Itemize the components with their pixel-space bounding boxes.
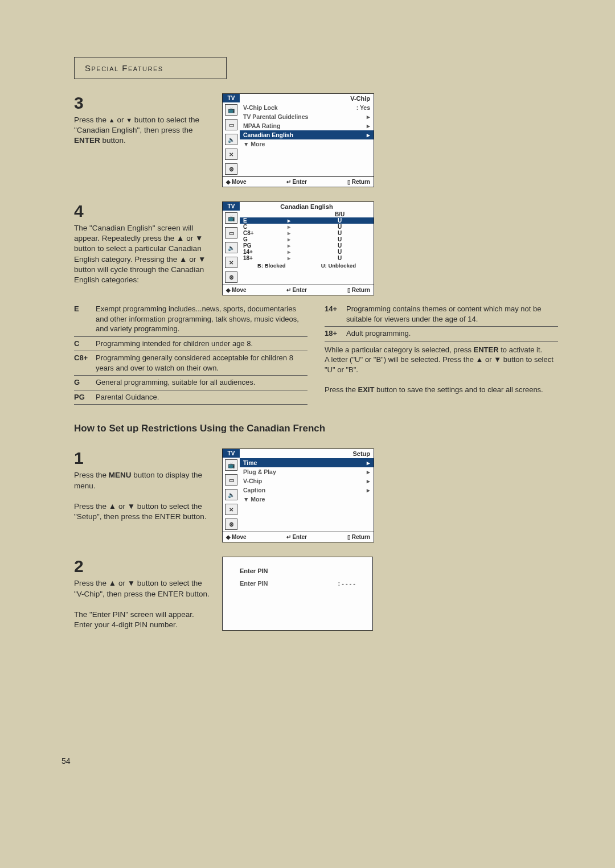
step-number: 1 [74, 449, 211, 468]
t: While a particular category is selected,… [325, 345, 474, 354]
osd-rating-row: C8+▸U [240, 230, 374, 236]
move-hint: ◆ Move [226, 534, 247, 540]
t: Return [352, 534, 370, 540]
settings-icon: ⚙ [225, 271, 237, 283]
return-hint: ▯ Return [347, 179, 370, 185]
unblocked-legend: U: Unblocked [321, 262, 356, 269]
t: Return [352, 287, 370, 293]
t: Press the [74, 116, 109, 124]
enter-hint: ↵ Enter [286, 287, 307, 293]
move-hint: ◆ Move [226, 179, 247, 185]
osd-rating-row: E▸U [240, 217, 374, 224]
osd-canadian-english: TV 📺 ▭ 🔈 ✕ ⚙ Canadian English B/U E▸UC▸U… [222, 201, 374, 295]
t: Enter [292, 179, 307, 185]
sound-icon: 🔈 [225, 134, 237, 145]
definition-row: PGParental Guidance. [74, 390, 308, 405]
t: button. [100, 136, 126, 145]
t: or [115, 116, 126, 124]
t: Move [232, 179, 247, 185]
osd-title: Canadian English [240, 202, 374, 211]
osd-tab: TV [223, 202, 240, 211]
t: Move [232, 287, 247, 293]
osd-menu-row: Plug & Play▸ [240, 467, 374, 476]
tools-icon: ✕ [225, 504, 237, 515]
picture-icon: ▭ [225, 119, 237, 130]
step-4-text: The "Canadian English" screen will appea… [74, 223, 211, 285]
t: Press the ▲ or ▼ button to select the "S… [74, 502, 206, 521]
section-header: Special Features [74, 57, 227, 79]
tv-icon: 📺 [225, 212, 237, 224]
enter-label: ENTER [74, 136, 100, 145]
tools-icon: ✕ [225, 149, 237, 160]
osd-menu-row: TV Parental Guidelines▸ [240, 112, 374, 121]
step-number: 3 [74, 93, 211, 113]
move-hint: ◆ Move [226, 287, 247, 293]
t: Press the ▲ or ▼ button to select the "V… [74, 579, 210, 598]
definition-row: GGeneral programming, suitable for all a… [74, 376, 308, 390]
osd-footer: ◆ Move ↵ Enter ▯ Return [223, 285, 374, 295]
osd-rating-row: G▸U [240, 236, 374, 242]
settings-icon: ⚙ [225, 519, 237, 530]
menu-label: MENU [109, 471, 132, 479]
t: Return [352, 179, 370, 185]
osd-rating-row: 14+▸U [240, 249, 374, 255]
pin-title: Enter PIN [228, 567, 367, 574]
step-4: 4 The "Canadian English" screen will app… [74, 201, 558, 295]
enter-label: ENTER [474, 345, 499, 354]
osd-menu-row: Canadian English▸ [240, 130, 374, 139]
tv-icon: 📺 [225, 104, 237, 116]
pin-value: : - - - - [338, 580, 355, 587]
osd-menu-row: Caption▸ [240, 486, 374, 495]
osd-menu-row: ▼ More [240, 495, 374, 504]
definition-row: CProgramming intended for children under… [74, 337, 308, 352]
definition-row: 14+Programming contains themes or conten… [325, 302, 558, 327]
step-number: 4 [74, 201, 211, 221]
osd-menu-row: ▼ More [240, 139, 374, 149]
pin-label: Enter PIN [240, 580, 268, 587]
section-header-text: Special Features [85, 63, 163, 73]
t: Enter [292, 534, 307, 540]
osd-enter-pin: Enter PIN Enter PIN : - - - - [222, 557, 373, 631]
t: A letter ("U" or "B") will be selected. … [325, 355, 554, 374]
osd-tab: TV [223, 94, 240, 102]
down-arrow-icon: ▼ [126, 117, 132, 124]
osd-footer: ◆ Move ↵ Enter ▯ Return [223, 532, 374, 542]
t: button to save the settings and to clear… [374, 385, 543, 394]
osd-vchip-menu: TV 📺 ▭ 🔈 ✕ ⚙ V-Chip V-Chip Lock: YesTV P… [222, 93, 374, 187]
osd-title: Setup [240, 449, 374, 458]
osd-rating-row: C▸U [240, 224, 374, 230]
osd-rating-row: PG▸U [240, 242, 374, 249]
return-hint: ▯ Return [347, 287, 370, 293]
step-1-text: Press the MENU button to display the men… [74, 470, 211, 522]
settings-icon: ⚙ [225, 163, 237, 175]
step-2: 2 Press the ▲ or ▼ button to select the … [74, 557, 558, 631]
osd-menu-row: V-Chip▸ [240, 476, 374, 486]
osd-title: V-Chip [240, 94, 374, 103]
blocked-legend: B: Blocked [257, 262, 286, 269]
return-hint: ▯ Return [347, 534, 370, 540]
rating-definitions: EExempt programming includes...news, spo… [74, 302, 558, 405]
enter-hint: ↵ Enter [286, 179, 307, 185]
sound-icon: 🔈 [225, 489, 237, 500]
enter-hint: ↵ Enter [286, 534, 307, 540]
t: Move [232, 534, 247, 540]
exit-label: EXIT [358, 385, 375, 394]
t: The "Enter PIN" screen will appear. Ente… [74, 610, 194, 629]
up-arrow-icon: ▲ [109, 117, 115, 124]
t: Press the [325, 385, 358, 394]
bu-header: B/U [306, 211, 374, 217]
definition-row: 18+Adult programming. [325, 327, 558, 342]
osd-setup-menu: TV 📺 ▭ 🔈 ✕ ⚙ Setup Time▸Plug & Play▸V-Ch… [222, 449, 374, 542]
section-title: How to Set up Restrictions Using the Can… [74, 423, 558, 434]
instruction-paragraph: While a particular category is selected,… [325, 345, 558, 395]
osd-legend: B: Blocked U: Unblocked [240, 261, 374, 270]
osd-menu-row: V-Chip Lock: Yes [240, 103, 374, 112]
definition-row: C8+Programming generally considered acce… [74, 351, 308, 376]
step-1: 1 Press the MENU button to display the m… [74, 449, 558, 542]
tv-icon: 📺 [225, 459, 237, 471]
osd-menu-row: Time▸ [240, 458, 374, 467]
step-2-text: Press the ▲ or ▼ button to select the "V… [74, 578, 211, 630]
osd-menu-row: MPAA Rating▸ [240, 121, 374, 130]
tools-icon: ✕ [225, 257, 237, 268]
t: Press the [74, 471, 109, 479]
